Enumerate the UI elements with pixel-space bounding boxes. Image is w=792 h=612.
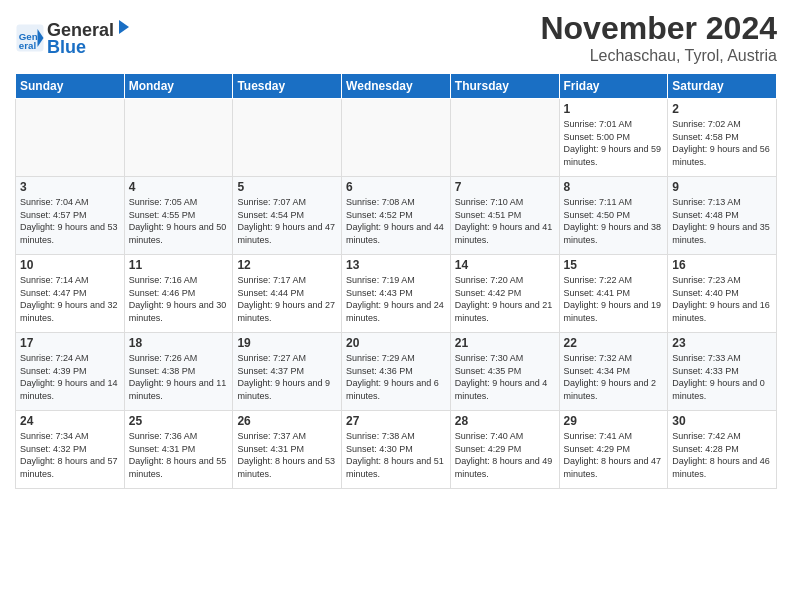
week-row-5: 24Sunrise: 7:34 AMSunset: 4:32 PMDayligh…	[16, 411, 777, 489]
day-info-25: Sunrise: 7:36 AMSunset: 4:31 PMDaylight:…	[129, 430, 229, 480]
calendar-cell-w5-d5: 28Sunrise: 7:40 AMSunset: 4:29 PMDayligh…	[450, 411, 559, 489]
day-info-20: Sunrise: 7:29 AMSunset: 4:36 PMDaylight:…	[346, 352, 446, 402]
day-info-10: Sunrise: 7:14 AMSunset: 4:47 PMDaylight:…	[20, 274, 120, 324]
calendar-cell-w2-d5: 7Sunrise: 7:10 AMSunset: 4:51 PMDaylight…	[450, 177, 559, 255]
day-info-23: Sunrise: 7:33 AMSunset: 4:33 PMDaylight:…	[672, 352, 772, 402]
title-block: November 2024 Lechaschau, Tyrol, Austria	[540, 10, 777, 65]
day-info-16: Sunrise: 7:23 AMSunset: 4:40 PMDaylight:…	[672, 274, 772, 324]
calendar-cell-w3-d1: 10Sunrise: 7:14 AMSunset: 4:47 PMDayligh…	[16, 255, 125, 333]
calendar-cell-w2-d2: 4Sunrise: 7:05 AMSunset: 4:55 PMDaylight…	[124, 177, 233, 255]
calendar-cell-w4-d5: 21Sunrise: 7:30 AMSunset: 4:35 PMDayligh…	[450, 333, 559, 411]
day-info-13: Sunrise: 7:19 AMSunset: 4:43 PMDaylight:…	[346, 274, 446, 324]
header-sunday: Sunday	[16, 74, 125, 99]
day-number-22: 22	[564, 336, 664, 350]
calendar-cell-w5-d3: 26Sunrise: 7:37 AMSunset: 4:31 PMDayligh…	[233, 411, 342, 489]
day-info-29: Sunrise: 7:41 AMSunset: 4:29 PMDaylight:…	[564, 430, 664, 480]
day-number-14: 14	[455, 258, 555, 272]
svg-text:eral: eral	[19, 39, 37, 50]
week-row-1: 1Sunrise: 7:01 AMSunset: 5:00 PMDaylight…	[16, 99, 777, 177]
calendar-cell-w3-d7: 16Sunrise: 7:23 AMSunset: 4:40 PMDayligh…	[668, 255, 777, 333]
day-number-10: 10	[20, 258, 120, 272]
day-number-30: 30	[672, 414, 772, 428]
calendar-cell-w1-d5	[450, 99, 559, 177]
svg-marker-4	[119, 20, 129, 34]
calendar-cell-w2-d3: 5Sunrise: 7:07 AMSunset: 4:54 PMDaylight…	[233, 177, 342, 255]
day-number-12: 12	[237, 258, 337, 272]
calendar-cell-w1-d1	[16, 99, 125, 177]
day-info-2: Sunrise: 7:02 AMSunset: 4:58 PMDaylight:…	[672, 118, 772, 168]
calendar-cell-w4-d2: 18Sunrise: 7:26 AMSunset: 4:38 PMDayligh…	[124, 333, 233, 411]
day-info-9: Sunrise: 7:13 AMSunset: 4:48 PMDaylight:…	[672, 196, 772, 246]
day-number-18: 18	[129, 336, 229, 350]
calendar-cell-w4-d7: 23Sunrise: 7:33 AMSunset: 4:33 PMDayligh…	[668, 333, 777, 411]
calendar-cell-w3-d5: 14Sunrise: 7:20 AMSunset: 4:42 PMDayligh…	[450, 255, 559, 333]
calendar-cell-w1-d6: 1Sunrise: 7:01 AMSunset: 5:00 PMDaylight…	[559, 99, 668, 177]
day-number-24: 24	[20, 414, 120, 428]
day-number-17: 17	[20, 336, 120, 350]
day-info-15: Sunrise: 7:22 AMSunset: 4:41 PMDaylight:…	[564, 274, 664, 324]
day-number-2: 2	[672, 102, 772, 116]
day-number-20: 20	[346, 336, 446, 350]
day-info-22: Sunrise: 7:32 AMSunset: 4:34 PMDaylight:…	[564, 352, 664, 402]
day-number-21: 21	[455, 336, 555, 350]
calendar-cell-w4-d3: 19Sunrise: 7:27 AMSunset: 4:37 PMDayligh…	[233, 333, 342, 411]
header-wednesday: Wednesday	[342, 74, 451, 99]
header: Gen eral General Blue November 2024 Lech…	[15, 10, 777, 65]
header-friday: Friday	[559, 74, 668, 99]
calendar: Sunday Monday Tuesday Wednesday Thursday…	[15, 73, 777, 489]
calendar-cell-w1-d2	[124, 99, 233, 177]
calendar-cell-w1-d7: 2Sunrise: 7:02 AMSunset: 4:58 PMDaylight…	[668, 99, 777, 177]
day-info-17: Sunrise: 7:24 AMSunset: 4:39 PMDaylight:…	[20, 352, 120, 402]
day-info-4: Sunrise: 7:05 AMSunset: 4:55 PMDaylight:…	[129, 196, 229, 246]
calendar-cell-w4-d6: 22Sunrise: 7:32 AMSunset: 4:34 PMDayligh…	[559, 333, 668, 411]
calendar-cell-w3-d2: 11Sunrise: 7:16 AMSunset: 4:46 PMDayligh…	[124, 255, 233, 333]
calendar-header-row: Sunday Monday Tuesday Wednesday Thursday…	[16, 74, 777, 99]
day-number-13: 13	[346, 258, 446, 272]
day-number-3: 3	[20, 180, 120, 194]
calendar-cell-w2-d1: 3Sunrise: 7:04 AMSunset: 4:57 PMDaylight…	[16, 177, 125, 255]
day-number-6: 6	[346, 180, 446, 194]
calendar-cell-w3-d6: 15Sunrise: 7:22 AMSunset: 4:41 PMDayligh…	[559, 255, 668, 333]
day-info-27: Sunrise: 7:38 AMSunset: 4:30 PMDaylight:…	[346, 430, 446, 480]
calendar-cell-w2-d7: 9Sunrise: 7:13 AMSunset: 4:48 PMDaylight…	[668, 177, 777, 255]
header-monday: Monday	[124, 74, 233, 99]
day-number-29: 29	[564, 414, 664, 428]
logo: Gen eral General Blue	[15, 18, 133, 58]
calendar-cell-w5-d2: 25Sunrise: 7:36 AMSunset: 4:31 PMDayligh…	[124, 411, 233, 489]
location-title: Lechaschau, Tyrol, Austria	[540, 47, 777, 65]
calendar-cell-w1-d4	[342, 99, 451, 177]
calendar-cell-w5-d6: 29Sunrise: 7:41 AMSunset: 4:29 PMDayligh…	[559, 411, 668, 489]
day-number-16: 16	[672, 258, 772, 272]
calendar-cell-w2-d4: 6Sunrise: 7:08 AMSunset: 4:52 PMDaylight…	[342, 177, 451, 255]
day-number-4: 4	[129, 180, 229, 194]
calendar-cell-w4-d4: 20Sunrise: 7:29 AMSunset: 4:36 PMDayligh…	[342, 333, 451, 411]
week-row-3: 10Sunrise: 7:14 AMSunset: 4:47 PMDayligh…	[16, 255, 777, 333]
day-info-11: Sunrise: 7:16 AMSunset: 4:46 PMDaylight:…	[129, 274, 229, 324]
day-info-30: Sunrise: 7:42 AMSunset: 4:28 PMDaylight:…	[672, 430, 772, 480]
calendar-cell-w2-d6: 8Sunrise: 7:11 AMSunset: 4:50 PMDaylight…	[559, 177, 668, 255]
day-info-21: Sunrise: 7:30 AMSunset: 4:35 PMDaylight:…	[455, 352, 555, 402]
day-number-15: 15	[564, 258, 664, 272]
day-number-25: 25	[129, 414, 229, 428]
day-info-28: Sunrise: 7:40 AMSunset: 4:29 PMDaylight:…	[455, 430, 555, 480]
day-number-11: 11	[129, 258, 229, 272]
day-info-7: Sunrise: 7:10 AMSunset: 4:51 PMDaylight:…	[455, 196, 555, 246]
day-info-18: Sunrise: 7:26 AMSunset: 4:38 PMDaylight:…	[129, 352, 229, 402]
day-number-28: 28	[455, 414, 555, 428]
day-info-5: Sunrise: 7:07 AMSunset: 4:54 PMDaylight:…	[237, 196, 337, 246]
day-info-24: Sunrise: 7:34 AMSunset: 4:32 PMDaylight:…	[20, 430, 120, 480]
day-number-27: 27	[346, 414, 446, 428]
header-tuesday: Tuesday	[233, 74, 342, 99]
day-info-26: Sunrise: 7:37 AMSunset: 4:31 PMDaylight:…	[237, 430, 337, 480]
month-title: November 2024	[540, 10, 777, 47]
day-number-9: 9	[672, 180, 772, 194]
week-row-2: 3Sunrise: 7:04 AMSunset: 4:57 PMDaylight…	[16, 177, 777, 255]
day-info-8: Sunrise: 7:11 AMSunset: 4:50 PMDaylight:…	[564, 196, 664, 246]
day-info-19: Sunrise: 7:27 AMSunset: 4:37 PMDaylight:…	[237, 352, 337, 402]
day-number-5: 5	[237, 180, 337, 194]
calendar-cell-w5-d7: 30Sunrise: 7:42 AMSunset: 4:28 PMDayligh…	[668, 411, 777, 489]
calendar-cell-w3-d3: 12Sunrise: 7:17 AMSunset: 4:44 PMDayligh…	[233, 255, 342, 333]
calendar-cell-w5-d1: 24Sunrise: 7:34 AMSunset: 4:32 PMDayligh…	[16, 411, 125, 489]
day-info-14: Sunrise: 7:20 AMSunset: 4:42 PMDaylight:…	[455, 274, 555, 324]
week-row-4: 17Sunrise: 7:24 AMSunset: 4:39 PMDayligh…	[16, 333, 777, 411]
